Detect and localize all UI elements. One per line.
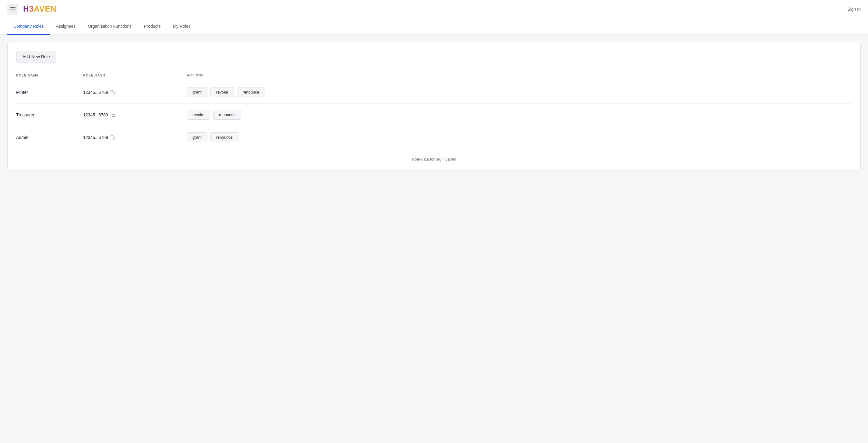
role-hash-2: 12345...6789 — [83, 126, 187, 149]
hash-value: 12345...6789 — [83, 112, 108, 117]
logo-h: H — [23, 4, 29, 14]
tab-products[interactable]: Products — [138, 18, 166, 35]
table-row: Minter12345...6789grantrevokerenounce — [16, 81, 852, 104]
main-content: Add New Role ROLE NAME ROLE HASH ACTIONS… — [0, 35, 868, 178]
grant-button[interactable]: grant — [187, 132, 208, 142]
col-role-name: ROLE NAME — [16, 71, 83, 81]
role-actions-2: grantrenounce — [187, 126, 852, 149]
role-actions-0: grantrevokerenounce — [187, 81, 852, 104]
role-name-2: Admin — [16, 126, 83, 149]
copy-icon[interactable] — [111, 113, 115, 117]
revoke-button[interactable]: revoke — [211, 87, 234, 97]
role-actions-1: revokerenounce — [187, 104, 852, 126]
logo-3: 3 — [29, 4, 34, 14]
col-actions: ACTIONS — [187, 71, 852, 81]
role-name-0: Minter — [16, 81, 83, 104]
renounce-button[interactable]: renounce — [237, 87, 265, 97]
header: H 3 AVEN Sign In — [0, 0, 868, 18]
hash-value: 12345...6789 — [83, 135, 108, 140]
table-row: Treasurer12345...6789revokerenounce — [16, 104, 852, 126]
tab-company-roles[interactable]: Company Roles — [7, 18, 50, 35]
header-left: H 3 AVEN — [7, 4, 57, 14]
col-role-hash: ROLE HASH — [83, 71, 187, 81]
grant-button[interactable]: grant — [187, 87, 208, 97]
svg-rect-2 — [112, 137, 115, 139]
menu-button[interactable] — [7, 4, 18, 14]
roles-card: Add New Role ROLE NAME ROLE HASH ACTIONS… — [7, 42, 861, 170]
role-hash-1: 12345...6789 — [83, 104, 187, 126]
sign-in-link[interactable]: Sign In — [847, 7, 861, 11]
renounce-button[interactable]: renounce — [213, 110, 241, 120]
copy-icon[interactable] — [111, 135, 115, 140]
revoke-button[interactable]: revoke — [187, 110, 210, 120]
role-hash-0: 12345...6789 — [83, 81, 187, 104]
roles-table: ROLE NAME ROLE HASH ACTIONS Minter12345.… — [16, 71, 852, 148]
tab-my-roles[interactable]: My Roles — [166, 18, 196, 35]
copy-icon[interactable] — [111, 90, 115, 94]
renounce-button[interactable]: renounce — [211, 132, 239, 142]
tab-assignees[interactable]: Assignees — [50, 18, 82, 35]
footer-text: Role data for org H3aven — [16, 157, 852, 161]
add-new-role-button[interactable]: Add New Role — [16, 51, 56, 62]
svg-rect-0 — [112, 92, 115, 94]
svg-rect-1 — [112, 114, 115, 117]
logo-aven: AVEN — [34, 4, 56, 14]
tab-org-functions[interactable]: Organization Functions — [82, 18, 138, 35]
table-row: Admin12345...6789grantrenounce — [16, 126, 852, 149]
nav-tabs: Company Roles Assignees Organization Fun… — [0, 18, 868, 35]
role-name-1: Treasurer — [16, 104, 83, 126]
hash-value: 12345...6789 — [83, 90, 108, 95]
logo: H 3 AVEN — [23, 4, 57, 14]
